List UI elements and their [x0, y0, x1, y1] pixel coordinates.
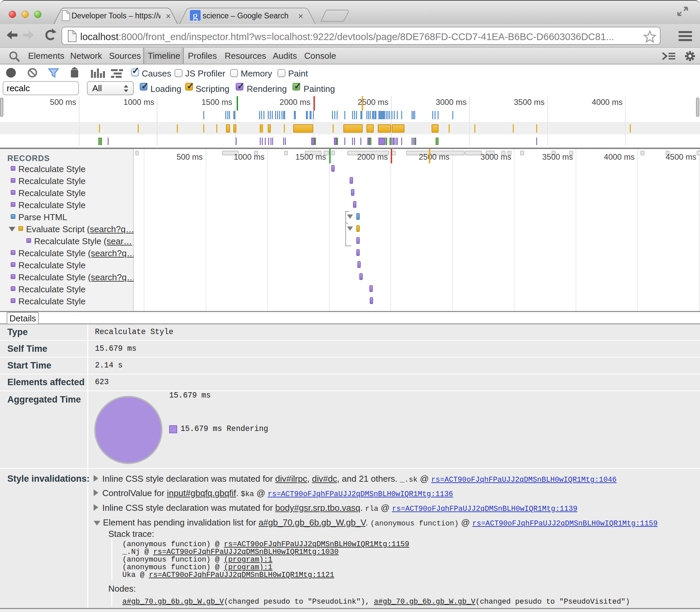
svg-text:g: g — [192, 9, 198, 22]
